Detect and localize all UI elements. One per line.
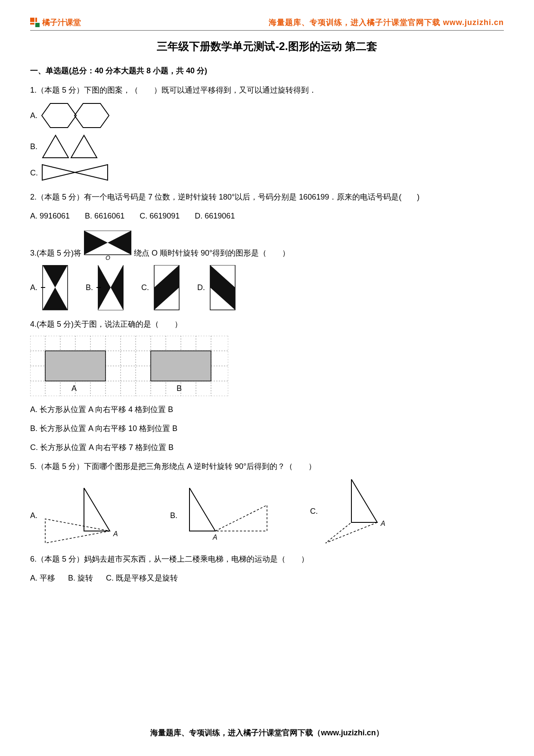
- shape-a-icon: [41, 265, 69, 311]
- q6-option-b: B. 旋转: [68, 574, 93, 582]
- svg-marker-47: [84, 488, 110, 531]
- q4-option-b: B. 长方形从位置 A 向右平移 10 格到位置 B: [30, 421, 504, 436]
- section-heading: 一、单选题(总分：40 分本大题共 8 小题，共 40 分): [30, 66, 504, 76]
- q1-options: A. B. C.: [30, 102, 504, 182]
- q1-option-c: C.: [30, 164, 504, 182]
- q4-text: 4.(本题 5 分)关于图，说法正确的是（ ）: [30, 317, 504, 331]
- svg-text:B: B: [177, 384, 182, 393]
- page-footer: 海量题库、专项训练，进入橘子汁课堂官网下载（www.juzizhi.cn）: [0, 728, 534, 738]
- q3-stem-figure: O: [84, 231, 131, 261]
- opt-label: D.: [197, 283, 205, 292]
- svg-text:A: A: [380, 520, 385, 527]
- svg-text:A: A: [71, 384, 77, 393]
- shape-b-icon: [96, 265, 125, 311]
- svg-marker-4: [42, 165, 75, 180]
- rot-c-icon: A: [321, 479, 416, 544]
- brand-name: 橘子汁课堂: [42, 17, 81, 28]
- opt-label: A.: [30, 283, 37, 292]
- q3-option-c: C.: [141, 265, 181, 311]
- opt-label: A.: [30, 511, 37, 520]
- q5-option-a: A. A: [30, 488, 136, 544]
- rot-a-icon: A: [41, 488, 136, 544]
- svg-marker-3: [71, 135, 97, 158]
- q2-option-c: C. 6619091: [140, 212, 180, 220]
- q4-option-c: C. 长方形从位置 A 向右平移 7 格到位置 B: [30, 440, 504, 455]
- q2-option-a: A. 9916061: [30, 212, 70, 220]
- q2-options: A. 9916061 B. 6616061 C. 6619091 D. 6619…: [30, 209, 504, 223]
- rot-b-icon: A: [181, 488, 276, 544]
- svg-marker-0: [42, 103, 76, 128]
- q5-option-b: B. A: [170, 488, 276, 544]
- q5-options: A. A B. A C. A: [30, 479, 504, 544]
- q3-options: A. B. C. D.: [30, 265, 504, 311]
- bowtie-icon: [41, 164, 110, 182]
- svg-text:O: O: [106, 254, 110, 261]
- q3-pre: 3.(本题 5 分)将: [30, 246, 81, 260]
- brand-logo: 橘子汁课堂: [30, 17, 81, 28]
- q1-text: 1.（本题 5 分）下图的图案，（ ）既可以通过平移得到，又可以通过旋转得到．: [30, 83, 504, 97]
- opt-label: C.: [310, 507, 318, 516]
- q6-options: A. 平移 B. 旋转 C. 既是平移又是旋转: [30, 571, 504, 585]
- svg-text:A: A: [113, 530, 118, 537]
- q6-option-c: C. 既是平移又是旋转: [106, 574, 178, 582]
- shape-d-icon: [208, 265, 237, 311]
- logo-icon: [30, 18, 40, 27]
- q5-option-c: C. A: [310, 479, 416, 544]
- q2-option-b: B. 6616061: [85, 212, 124, 220]
- svg-marker-5: [75, 165, 108, 180]
- q6-option-a: A. 平移: [30, 574, 55, 582]
- svg-text:A: A: [212, 534, 217, 541]
- q5-text: 5.（本题 5 分）下面哪个图形是把三角形绕点 A 逆时针旋转 90°后得到的？…: [30, 459, 504, 474]
- shape-c-icon: [152, 265, 181, 311]
- triangles-icon: [41, 134, 101, 159]
- svg-marker-2: [43, 135, 68, 158]
- q2-text: 2.（本题 5 分）有一个电话号码是 7 位数，逆时针旋转 180°以后，号码分…: [30, 190, 504, 204]
- q4-figure: A B: [30, 336, 504, 396]
- q2-option-d: D. 6619061: [195, 212, 235, 220]
- page-title: 三年级下册数学单元测试-2.图形的运动 第二套: [30, 39, 504, 53]
- q1-option-a: A.: [30, 102, 504, 129]
- svg-marker-51: [215, 505, 267, 531]
- q3-option-d: D.: [197, 265, 237, 311]
- q3-post: 绕点 O 顺时针旋转 90°得到的图形是（ ）: [134, 246, 290, 260]
- q3-option-b: B.: [86, 265, 125, 311]
- opt-label: B.: [30, 142, 37, 151]
- header-tagline: 海量题库、专项训练，进入橘子汁课堂官网下载 www.juzizhi.cn: [269, 17, 504, 28]
- opt-label: A.: [30, 111, 37, 120]
- q6-text: 6.（本题 5 分）妈妈去超市买东西，从一楼上二楼乘电梯，电梯的运动是（ ）: [30, 552, 504, 566]
- hexagons-icon: [41, 102, 110, 129]
- q3-text: 3.(本题 5 分)将 O 绕点 O 顺时针旋转 90°得到的图形是（ ）: [30, 231, 504, 261]
- svg-marker-1: [75, 103, 109, 128]
- opt-label: B.: [86, 283, 93, 292]
- svg-marker-50: [189, 488, 215, 531]
- svg-rect-43: [45, 351, 106, 381]
- svg-marker-54: [326, 522, 377, 543]
- q4-option-a: A. 长方形从位置 A 向右平移 4 格到位置 B: [30, 402, 504, 417]
- opt-label: B.: [170, 511, 177, 520]
- svg-marker-53: [351, 479, 377, 522]
- page-header: 橘子汁课堂 海量题库、专项训练，进入橘子汁课堂官网下载 www.juzizhi.…: [30, 17, 504, 31]
- svg-rect-44: [151, 351, 211, 381]
- opt-label: C.: [30, 169, 38, 178]
- opt-label: C.: [141, 283, 149, 292]
- q3-option-a: A.: [30, 265, 69, 311]
- q1-option-b: B.: [30, 134, 504, 159]
